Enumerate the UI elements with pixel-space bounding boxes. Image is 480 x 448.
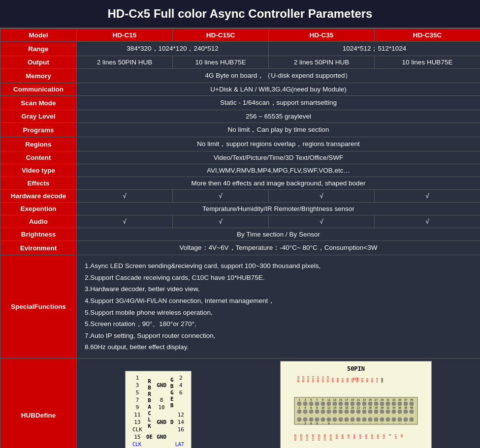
svg-text:13: 13 [333, 398, 337, 401]
header-c35c: HD-C35C [375, 29, 480, 42]
value-audio-4: √ [375, 215, 480, 228]
svg-text:SR4: SR4 [356, 377, 359, 383]
value-range-2: 1024*512；512*1024 [269, 42, 480, 56]
svg-point-43 [315, 410, 319, 414]
svg-text:23: 23 [363, 398, 366, 401]
table-row-hub-define: HUBDefine 1 RBRBACLK GND GBGEB 2 [0, 358, 480, 448]
header-c35: HD-C35 [269, 29, 375, 42]
table-row-hardware-decode: Hardware decode √ √ √ √ [0, 190, 480, 203]
svg-point-28 [345, 402, 349, 406]
svg-text:GD15: GD15 [300, 434, 303, 441]
svg-text:OE: OE [400, 434, 403, 438]
label-exepention: Exepention [0, 203, 77, 215]
svg-point-46 [333, 410, 337, 414]
table-row-evironment: Evironment Voltage：4V~6V，Temperature：-40… [0, 241, 480, 255]
svg-text:GD1: GD1 [383, 434, 385, 439]
svg-text:12: 12 [327, 406, 331, 409]
svg-point-73 [374, 418, 378, 421]
svg-text:SR16: SR16 [297, 376, 300, 383]
svg-text:SR10: SR10 [326, 376, 329, 383]
svg-point-38 [404, 402, 408, 406]
svg-point-68 [345, 418, 349, 421]
params-table: Model HD-C15 HD-C15C HD-C35 HD-C35C Rang… [0, 29, 480, 448]
svg-text:8: 8 [316, 406, 318, 409]
value-output-1: 2 lines 50PIN HUB [77, 56, 173, 69]
sf-line-7: 7.Auto IP setting, Support router connec… [85, 332, 215, 339]
svg-text:GD5: GD5 [359, 434, 362, 439]
svg-point-60 [297, 418, 301, 421]
table-row-memory: Memory 4G Byte on board，（U-disk expend s… [0, 69, 480, 83]
svg-text:9: 9 [322, 398, 323, 401]
svg-text:9: 9 [328, 422, 329, 425]
svg-text:25: 25 [369, 398, 372, 401]
header-c15c: HD-C15C [173, 29, 269, 42]
svg-text:-: - [393, 422, 394, 425]
svg-text:SR5: SR5 [351, 378, 354, 383]
label-gray-level: Gray Level [0, 110, 77, 123]
svg-text:36: 36 [398, 406, 402, 409]
svg-point-51 [362, 410, 366, 414]
svg-point-61 [303, 418, 307, 421]
svg-point-30 [356, 402, 360, 406]
table-row-scan-mode: Scan Mode Static - 1/64scan，support smar… [0, 96, 480, 110]
svg-text:28: 28 [375, 406, 378, 409]
main-container: HD-Cx5 Full color Async Controller Param… [0, 0, 480, 448]
svg-text:GD13: GD13 [312, 434, 315, 441]
svg-text:SR1: SR1 [371, 378, 374, 383]
svg-point-56 [392, 410, 396, 414]
svg-text:GD6: GD6 [353, 434, 356, 439]
svg-text:SR14: SR14 [307, 376, 310, 383]
svg-point-71 [362, 418, 366, 421]
svg-point-25 [327, 402, 331, 406]
svg-point-37 [398, 402, 402, 406]
svg-text:-: - [405, 422, 406, 425]
svg-point-29 [351, 402, 354, 406]
value-range-1: 384*320，1024*120，240*512 [77, 42, 269, 56]
svg-text:18: 18 [345, 406, 349, 409]
label-hub-define: HUBDefine [0, 358, 77, 448]
sf-line-3: 3.Hardware decoder, better video view, [85, 285, 199, 293]
value-communication: U+Disk & LAN / Wifi,3G,4G(need buy Modul… [77, 83, 480, 96]
svg-point-69 [351, 418, 354, 421]
svg-text:39: 39 [410, 398, 414, 401]
svg-point-59 [410, 410, 414, 414]
hub75e-table: 1 RBRBACLK GND GBGEB 2 3 4 [130, 374, 186, 441]
svg-text:22: 22 [357, 406, 360, 409]
svg-point-31 [362, 402, 366, 406]
value-audio-2: √ [173, 215, 269, 228]
svg-text:GD9: GD9 [335, 434, 338, 439]
svg-text:-: - [322, 422, 323, 425]
label-special-functions: SpecialFunctions [0, 255, 77, 358]
svg-point-22 [309, 402, 313, 406]
svg-text:GD8: GD8 [341, 434, 344, 439]
svg-text:33: 33 [392, 398, 396, 401]
svg-text:GD3: GD3 [371, 434, 374, 439]
svg-text:SR8: SR8 [336, 378, 339, 383]
svg-point-23 [315, 402, 319, 406]
label-effects: Effects [0, 177, 77, 190]
table-row-output: Output 2 lines 50PIN HUB 10 lines HUB75E… [0, 56, 480, 69]
pin50-title: 50PIN [285, 365, 427, 372]
svg-text:B: B [388, 434, 391, 436]
header-model: Model [0, 29, 77, 42]
svg-text:SR3: SR3 [361, 378, 364, 383]
table-header: Model HD-C15 HD-C15C HD-C35 HD-C35C [0, 29, 480, 42]
value-audio-1: √ [77, 215, 173, 228]
table-row-content: Content Video/Text/Picture/Time/3D Text/… [0, 151, 480, 164]
svg-text:34: 34 [392, 406, 396, 409]
svg-point-33 [374, 402, 378, 406]
svg-point-57 [398, 410, 402, 414]
svg-text:SR12: SR12 [317, 376, 320, 383]
svg-text:GD2: GD2 [377, 434, 380, 439]
svg-text:5: 5 [310, 398, 312, 401]
svg-text:SR2: SR2 [366, 378, 369, 383]
value-special-functions: 1.Async LED Screen sending&recieving car… [77, 255, 480, 358]
sf-line-5: 5.Support mobile phone wireless operatio… [85, 309, 213, 316]
value-memory: 4G Byte on board，（U-disk expend supporte… [77, 69, 480, 83]
svg-text:-: - [340, 422, 341, 425]
svg-text:-: - [346, 422, 347, 425]
svg-point-52 [368, 410, 372, 414]
svg-point-74 [380, 418, 384, 421]
value-content: Video/Text/Picture/Time/3D Text/Office/S… [77, 151, 480, 164]
value-hardware-decode-3: √ [269, 190, 375, 203]
